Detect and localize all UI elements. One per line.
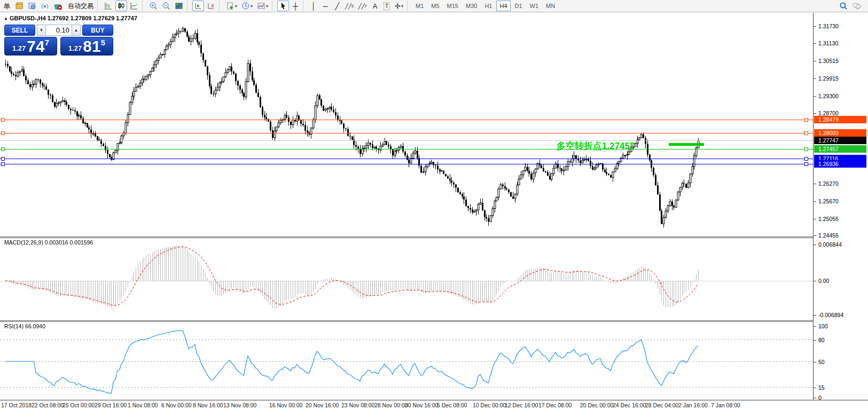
axis-tick-label: 50 bbox=[818, 359, 825, 365]
line-handle[interactable] bbox=[1, 157, 5, 161]
periods-button[interactable]: ▾ bbox=[240, 1, 254, 11]
arrows-tool-button[interactable]: ✢ ▾ bbox=[393, 1, 405, 11]
time-axis-label: 10 Dec 00:00 bbox=[473, 402, 506, 408]
market-icon bbox=[53, 2, 62, 10]
timeframe-button-w1[interactable]: W1 bbox=[527, 1, 542, 11]
line-handle[interactable] bbox=[804, 162, 808, 166]
buy-button[interactable]: BUY bbox=[82, 25, 113, 36]
crosshair-tool-button[interactable]: ┼ bbox=[290, 1, 301, 11]
horizontal-line-tool-button[interactable]: ─ bbox=[320, 1, 331, 11]
zoom-in-button[interactable] bbox=[147, 1, 159, 11]
time-axis-label: 7 Jan 08:00 bbox=[711, 402, 740, 408]
sell-button[interactable]: SELL bbox=[4, 25, 35, 36]
toolbar-separator bbox=[187, 1, 190, 11]
signals-button[interactable] bbox=[39, 1, 51, 11]
macd-canvas[interactable] bbox=[0, 238, 813, 320]
volume-input[interactable] bbox=[46, 25, 72, 36]
text-label-tool-button[interactable]: T bbox=[381, 1, 392, 11]
indicators-dropdown-caret[interactable]: ▾ bbox=[235, 4, 237, 9]
volume-increase-button[interactable]: ▲ bbox=[72, 25, 81, 36]
timeframe-button-d1[interactable]: D1 bbox=[512, 1, 526, 11]
chat-button[interactable] bbox=[850, 1, 863, 11]
chart-shift-button[interactable] bbox=[205, 1, 217, 11]
rsi-canvas[interactable] bbox=[0, 322, 813, 400]
horizontal-line-object[interactable] bbox=[0, 149, 813, 149]
periods-dropdown-caret[interactable]: ▾ bbox=[251, 4, 253, 9]
line-handle[interactable] bbox=[804, 157, 808, 161]
timeframe-button-h4[interactable]: H4 bbox=[496, 1, 510, 11]
templates-dropdown-caret[interactable]: ▾ bbox=[266, 4, 268, 9]
time-axis-label: 25 Oct 00:00 bbox=[62, 402, 95, 408]
time-axis-label: 2 Jan 16:00 bbox=[678, 402, 708, 408]
candlestick-canvas[interactable] bbox=[0, 13, 813, 236]
axis-tick-label: 1.31130 bbox=[818, 40, 838, 46]
trendline-tool-button[interactable]: ╱ bbox=[332, 1, 342, 11]
volume-decrease-button[interactable]: ▼ bbox=[37, 25, 46, 36]
line-handle[interactable] bbox=[1, 118, 5, 122]
templates-button[interactable]: ▾ bbox=[255, 1, 270, 11]
collapse-triangle-icon[interactable]: ▲ bbox=[4, 16, 8, 21]
cursor-tool-button[interactable] bbox=[277, 1, 289, 11]
line-handle[interactable] bbox=[804, 147, 808, 151]
horizontal-line-object[interactable] bbox=[0, 120, 813, 120]
charts-button[interactable] bbox=[13, 1, 25, 11]
text-tool-button[interactable]: A bbox=[370, 1, 380, 11]
chart-annotation-text[interactable]: 多空转折点1.27457 bbox=[557, 140, 635, 152]
trendline-icon: ╱ bbox=[335, 3, 339, 10]
buy-price-button[interactable]: 1.27 81 5 bbox=[60, 37, 113, 56]
horizontal-line-object[interactable] bbox=[0, 159, 813, 159]
price-chart-pane[interactable]: ▲GBPUSD-,H4 1.27692 1.27809 1.27629 1.27… bbox=[0, 13, 813, 236]
symbol-timeframe-label: GBPUSD-,H4 bbox=[10, 15, 46, 21]
axis-tick-label: -0.006894 bbox=[818, 312, 843, 318]
timeframe-button-m30[interactable]: M30 bbox=[463, 1, 480, 11]
channel-tool-button[interactable]: ╱╱ E bbox=[343, 1, 356, 11]
line-handle[interactable] bbox=[804, 118, 808, 122]
bar-chart-mode-button[interactable] bbox=[103, 1, 114, 11]
macd-indicator-pane[interactable]: MACD(12,26,9) 0.003016 0.001596 bbox=[0, 238, 813, 320]
timeframe-button-m15[interactable]: M15 bbox=[444, 1, 462, 11]
rsi-indicator-pane[interactable]: RSI(14) 66.0940 bbox=[0, 322, 813, 400]
toolbar-separator bbox=[272, 1, 275, 11]
autotrading-button[interactable]: 自动交易 bbox=[65, 1, 95, 11]
fibonacci-tool-button[interactable]: ╱╱ F bbox=[357, 1, 369, 11]
axis-tick-label: 1.25055 bbox=[818, 216, 839, 222]
timeframe-button-h1[interactable]: H1 bbox=[481, 1, 495, 11]
vertical-line-tool-button[interactable]: │ bbox=[308, 1, 319, 11]
buy-price-big: 81 bbox=[83, 39, 100, 54]
timeframe-button-mn[interactable]: MN bbox=[543, 1, 558, 11]
chart-shift-icon bbox=[207, 2, 215, 10]
horizontal-line-object[interactable] bbox=[0, 133, 813, 133]
line-chart-mode-button[interactable] bbox=[128, 1, 140, 11]
indicators-button[interactable]: ▾ bbox=[224, 1, 239, 11]
ohlc-close: 1.27747 bbox=[116, 15, 137, 21]
sell-price-button[interactable]: 1.27 74 7 bbox=[4, 37, 57, 56]
timeframe-button-m5[interactable]: M5 bbox=[428, 1, 442, 11]
horizontal-line-object[interactable] bbox=[0, 140, 813, 141]
price-axis[interactable]: 1.317301.311301.305151.299151.293001.287… bbox=[813, 13, 868, 400]
arrows-dropdown-caret[interactable]: ▾ bbox=[401, 4, 403, 9]
market-button[interactable] bbox=[52, 1, 64, 11]
line-handle[interactable] bbox=[1, 147, 5, 151]
tile-windows-button[interactable] bbox=[173, 1, 185, 11]
new-order-button[interactable]: 单 bbox=[2, 1, 12, 11]
profiles-button[interactable] bbox=[26, 1, 38, 11]
search-button[interactable] bbox=[838, 1, 849, 11]
cursor-icon bbox=[279, 2, 287, 10]
line-handle[interactable] bbox=[1, 131, 5, 135]
zoom-out-button[interactable] bbox=[160, 1, 172, 11]
auto-scroll-button[interactable] bbox=[192, 1, 204, 11]
line-handle[interactable] bbox=[1, 162, 5, 166]
line-handle[interactable] bbox=[804, 131, 808, 135]
mt4-window: 单 自动交易 bbox=[0, 0, 868, 410]
axis-tick-mark bbox=[814, 113, 816, 114]
candlestick-mode-button[interactable] bbox=[115, 1, 127, 11]
time-axis[interactable]: 17 Oct 201822 Oct 08:0025 Oct 00:0029 Oc… bbox=[0, 400, 868, 410]
axis-tick-label: 1.29915 bbox=[818, 75, 839, 82]
crosshair-icon: ┼ bbox=[293, 3, 298, 10]
timeframe-button-m1[interactable]: M1 bbox=[412, 1, 427, 11]
horizontal-line-object[interactable] bbox=[0, 164, 813, 164]
annotation-trend-segment[interactable] bbox=[669, 143, 704, 146]
axis-tick-mark bbox=[814, 281, 816, 281]
time-axis-label: 6 Nov 00:00 bbox=[161, 402, 192, 408]
buy-price-pip: 5 bbox=[101, 38, 105, 47]
